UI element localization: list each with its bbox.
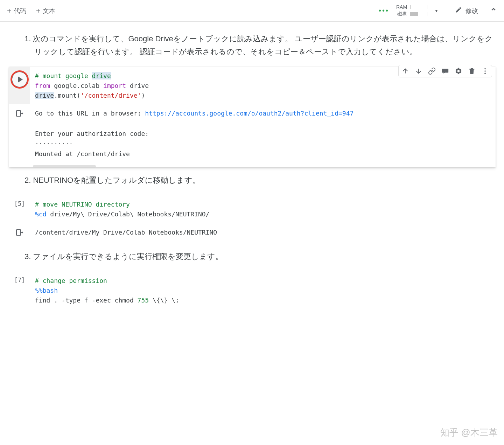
edit-label: 修改 (465, 7, 478, 15)
code-editor[interactable]: # change permission %%bash find . -type … (30, 272, 496, 310)
cell-action-bar (398, 65, 492, 77)
cell-prompt[interactable]: [5] (9, 195, 30, 223)
gear-icon[interactable] (454, 67, 463, 76)
ram-label: RAM (396, 4, 407, 10)
add-code-label: 代码 (14, 7, 26, 15)
colab-toolbar: + 代码 + 文本 ••• RAM 磁盘 ▼ 修改 ⌃ (0, 0, 504, 22)
comment-icon[interactable] (441, 67, 450, 76)
cell-gutter (9, 67, 30, 105)
more-icon[interactable] (481, 67, 490, 76)
output-body: /content/drive/My Drive/Colab Notebooks/… (30, 223, 496, 244)
plus-icon: + (36, 6, 41, 15)
oauth-link[interactable]: https://accounts.google.com/o/oauth2/aut… (145, 110, 354, 117)
disk-gauge (410, 12, 427, 16)
step-1-text: 1. 次のコマンドを実行して、Google Driveをノートブックに読み込みま… (24, 32, 496, 58)
trash-icon[interactable] (467, 67, 476, 76)
move-up-icon[interactable] (401, 67, 410, 76)
svg-rect-4 (16, 230, 21, 235)
code-cell-2: [5] # move NEUTRINO directory %cd drive/… (9, 195, 496, 244)
output-icon (15, 109, 24, 118)
disk-label: 磁盘 (397, 11, 407, 17)
step-3-text: 3. ファイルを実行できるように実行権限を変更します。 (24, 250, 496, 263)
ram-gauge (410, 5, 427, 9)
notebook-content: 1. 次のコマンドを実行して、Google Driveをノートブックに読み込みま… (0, 22, 504, 322)
pencil-icon (455, 6, 462, 15)
add-text-button[interactable]: + 文本 (32, 4, 59, 18)
resource-status[interactable]: RAM 磁盘 (396, 4, 427, 17)
svg-point-2 (484, 72, 486, 74)
code-cell-3: [7] # change permission %%bash find . -t… (9, 272, 496, 310)
output-row: Go to this URL in a browser: https://acc… (9, 104, 496, 165)
output-body: Go to this URL in a browser: https://acc… (30, 104, 496, 165)
svg-point-0 (484, 68, 486, 70)
collapse-icon[interactable]: ⌃ (486, 5, 501, 16)
edit-button[interactable]: 修改 (451, 4, 482, 17)
plus-icon: + (7, 6, 12, 15)
move-down-icon[interactable] (414, 67, 423, 76)
run-cell-button[interactable] (12, 72, 27, 87)
output-scrollbar[interactable] (33, 165, 96, 167)
output-icon (15, 228, 24, 237)
code-cell-1: # mount google drive from google.colab i… (9, 67, 496, 168)
link-icon[interactable] (427, 67, 436, 76)
busy-icon: ••• (379, 7, 389, 15)
step-2-text: 2. NEUTRINOを配置したフォルダに移動します。 (24, 174, 496, 187)
toolbar-right: ••• RAM 磁盘 ▼ 修改 ⌃ (379, 4, 501, 18)
svg-rect-3 (16, 111, 21, 116)
separator (445, 4, 445, 18)
output-gutter (9, 104, 30, 165)
add-code-button[interactable]: + 代码 (3, 4, 30, 18)
toolbar-left: + 代码 + 文本 (3, 4, 59, 18)
add-text-label: 文本 (43, 7, 55, 15)
code-editor[interactable]: # move NEUTRINO directory %cd drive/My\ … (30, 195, 496, 223)
resource-dropdown-icon[interactable]: ▼ (434, 8, 439, 13)
svg-point-1 (484, 70, 486, 72)
cell-prompt[interactable]: [7] (9, 272, 30, 310)
